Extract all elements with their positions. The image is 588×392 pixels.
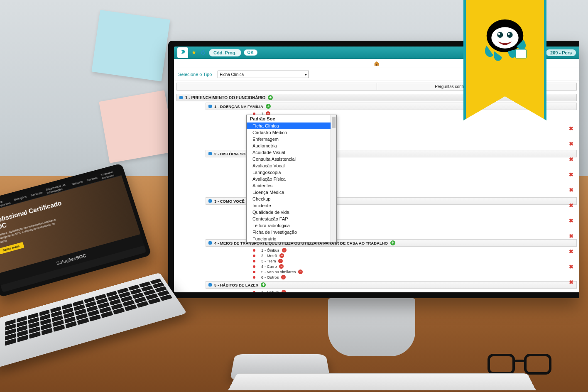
add-icon[interactable]: +	[266, 104, 271, 109]
dropdown-option[interactable]: Ficha de Investigação	[247, 229, 336, 235]
bullet-icon	[253, 276, 255, 279]
expand-icon[interactable]	[208, 241, 212, 245]
dropdown-option[interactable]: Avaliação Vocal	[247, 162, 336, 169]
svg-rect-0	[376, 64, 377, 66]
delete-x-icon[interactable]: ✖	[569, 202, 573, 208]
cod-prog-field[interactable]: Cód. Prog.	[209, 49, 241, 56]
dropdown-option[interactable]: Avaliação Física	[247, 176, 336, 182]
delete-x-icon[interactable]: ✖	[569, 187, 573, 193]
question-label: 1 - Ônibus	[261, 248, 279, 252]
col-left	[177, 83, 377, 90]
refresh-icon[interactable]	[200, 49, 206, 56]
star-icon[interactable]	[191, 49, 197, 56]
question-item[interactable]: 1 - Leitura−	[260, 289, 577, 292]
question-item[interactable]: 6 - Outros−	[260, 274, 577, 280]
expand-icon[interactable]	[208, 152, 212, 155]
dropdown-option[interactable]: Enfermagem	[247, 136, 336, 142]
bullet-icon	[253, 249, 255, 252]
question-item[interactable]: 4 - Carro−	[260, 264, 577, 269]
remove-icon[interactable]: −	[281, 275, 286, 279]
app-logo[interactable]	[177, 47, 188, 58]
dropdown-option[interactable]: Consulta Assistencial	[247, 156, 336, 162]
dropdown-header: Padrão Soc	[247, 115, 336, 122]
remove-icon[interactable]: −	[298, 270, 303, 274]
type-dropdown-panel[interactable]: Padrão Soc Ficha ClínicaCadastro MédicoE…	[246, 115, 337, 243]
question-item[interactable]: 2 - Metrô−	[260, 253, 577, 258]
hero-cta-button[interactable]: Saiba mais	[0, 242, 24, 255]
question-item[interactable]: 1 - Ônibus−	[260, 247, 577, 253]
remove-icon[interactable]: −	[282, 248, 287, 252]
type-selector-value: Ficha Clínica	[220, 72, 244, 77]
question-label: 5 - Van ou similares	[261, 270, 296, 274]
delete-x-icon[interactable]: ✖	[569, 156, 573, 162]
remove-icon[interactable]: −	[279, 264, 284, 269]
subgroup-title-text: 5 - HÁBITOS DE LAZER	[214, 283, 258, 287]
dropdown-option[interactable]: Qualidade de vida	[247, 209, 336, 216]
dropdown-option[interactable]: Funcionário	[247, 235, 336, 242]
dropdown-option[interactable]: Cadastro Médico	[247, 129, 336, 136]
expand-icon[interactable]	[179, 96, 183, 99]
question-label: 2 - Metrô	[261, 253, 277, 258]
nav-link[interactable]: Serviços	[30, 191, 43, 197]
type-selector[interactable]: Ficha Clínica ▾	[218, 71, 309, 78]
delete-x-icon[interactable]: ✖	[569, 233, 573, 239]
question-item[interactable]: 5 - Van ou similares−	[260, 269, 577, 274]
bullet-icon	[253, 265, 255, 268]
questions-tree: Padrão Soc Ficha ClínicaCadastro MédicoE…	[174, 92, 579, 292]
type-selector-label: Selecione o Tipo	[178, 72, 212, 77]
svg-point-5	[498, 33, 500, 35]
question-item[interactable]: 3 - Trem−	[260, 258, 577, 264]
question-label: 3 - Trem	[261, 259, 276, 263]
home-icon[interactable]	[374, 61, 380, 66]
bullet-icon	[253, 260, 255, 262]
ok-button[interactable]: OK	[244, 49, 257, 56]
question-label: 6 - Outros	[261, 275, 279, 279]
remove-icon[interactable]: −	[282, 290, 286, 292]
dropdown-option[interactable]: Laringoscopia	[247, 169, 336, 176]
dropdown-option[interactable]: Acuidade Visual	[247, 149, 336, 156]
monitor-stand	[328, 298, 415, 356]
svg-point-2	[491, 27, 518, 48]
svg-point-4	[507, 32, 513, 38]
dropdown-option[interactable]: Checkup	[247, 196, 336, 202]
delete-marks-column: ✖✖✖✖✖✖✖✖✖✖✖✖✖✖	[569, 125, 573, 292]
group-title-text: 1 - PREENCHIMENTO DO FUNCIONÁRIO	[185, 96, 265, 100]
dropdown-option[interactable]: Acidentes	[247, 182, 336, 189]
nav-link[interactable]: Notícias	[71, 180, 83, 186]
subgroup-header[interactable]: 5 - HÁBITOS DE LAZER+	[206, 281, 577, 289]
question-label: 1 - Leitura	[261, 290, 279, 292]
nav-link[interactable]: Contato	[86, 176, 98, 182]
nav-link[interactable]: Soluções	[13, 195, 27, 201]
dropdown-option[interactable]: Audiometria	[247, 142, 336, 149]
expand-icon[interactable]	[208, 199, 212, 203]
remove-icon[interactable]: −	[279, 253, 284, 258]
dropdown-option[interactable]: Contestação FAP	[247, 216, 336, 222]
svg-rect-7	[516, 49, 527, 58]
delete-x-icon[interactable]: ✖	[569, 248, 573, 255]
sticky-note-pink	[99, 90, 175, 163]
delete-x-icon[interactable]: ✖	[569, 125, 573, 132]
remove-icon[interactable]: −	[278, 259, 283, 263]
delete-x-icon[interactable]: ✖	[569, 172, 573, 178]
dropdown-option[interactable]: Ficha Clínica	[247, 122, 336, 129]
delete-x-icon[interactable]: ✖	[569, 218, 573, 224]
bullet-icon	[253, 291, 255, 293]
chevron-down-icon: ▾	[305, 72, 309, 77]
delete-x-icon[interactable]: ✖	[569, 279, 573, 285]
add-icon[interactable]: +	[268, 95, 273, 100]
add-icon[interactable]: +	[390, 240, 395, 245]
svg-point-3	[497, 32, 503, 38]
dropdown-option[interactable]: Licença Médica	[247, 189, 336, 196]
dropdown-option[interactable]: Leitura radiológica	[247, 222, 336, 229]
subgroup-title-text: 1 - DOENÇAS NA FAMÍLIA	[214, 104, 263, 109]
expand-icon[interactable]	[208, 283, 212, 287]
dropdown-option[interactable]: Incidente	[247, 202, 336, 209]
delete-x-icon[interactable]: ✖	[569, 264, 573, 270]
bullet-icon	[253, 255, 255, 257]
add-icon[interactable]: +	[261, 282, 266, 287]
delete-x-icon[interactable]: ✖	[569, 141, 573, 147]
sticky-note-blue	[91, 10, 170, 81]
titlebar-right-label: 209 - Pers	[546, 49, 576, 56]
expand-icon[interactable]	[208, 105, 212, 108]
dropdown-scrollbar[interactable]	[331, 115, 336, 242]
